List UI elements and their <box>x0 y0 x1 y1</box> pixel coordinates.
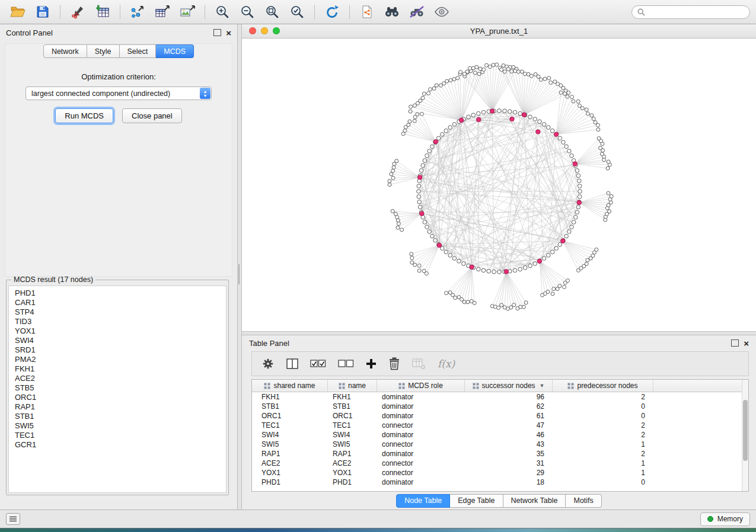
column-header-predecessor-nodes[interactable]: predecessor nodes <box>553 380 653 392</box>
table-settings-button[interactable] <box>261 357 275 370</box>
export-image-button[interactable] <box>176 2 199 21</box>
tab-style[interactable]: Style <box>87 44 120 58</box>
search-network-button[interactable] <box>380 2 404 21</box>
mcds-result-item[interactable]: STB5 <box>15 383 220 393</box>
apply-layout-button[interactable] <box>320 2 344 21</box>
deselect-all-button[interactable] <box>338 360 354 368</box>
close-panel-button[interactable]: Close panel <box>122 108 182 123</box>
table-panel-header: Table Panel × <box>242 335 756 351</box>
mcds-result-item[interactable]: CAR1 <box>15 298 220 307</box>
tab-node-table[interactable]: Node Table <box>396 494 450 508</box>
float-window-icon[interactable] <box>213 29 221 36</box>
table-row[interactable]: RAP1RAP1dominator352 <box>252 449 748 459</box>
control-panel-tabs: NetworkStyleSelectMCDS <box>0 44 237 58</box>
mcds-result-item[interactable]: SRD1 <box>15 345 220 355</box>
column-label: MCDS role <box>408 382 443 390</box>
mcds-result-item[interactable]: PHD1 <box>15 289 220 298</box>
tab-select[interactable]: Select <box>120 44 157 58</box>
close-window-icon[interactable] <box>249 27 256 34</box>
criterion-select[interactable]: largest connected component (undirected)… <box>25 86 212 100</box>
table-cell: 2 <box>553 450 653 458</box>
mcds-result-item[interactable]: YOX1 <box>15 326 220 336</box>
select-stepper-icon[interactable]: ▲▼ <box>200 88 210 99</box>
zoom-in-button[interactable] <box>210 2 234 21</box>
table-row[interactable]: SWI4SWI4dominator462 <box>252 430 748 440</box>
table-cell: dominator <box>377 450 465 458</box>
table-row[interactable]: ORC1ORC1dominator610 <box>252 411 748 421</box>
export-table-button[interactable] <box>151 2 174 21</box>
chevron-down-icon[interactable]: ▼ <box>540 383 545 389</box>
table-row[interactable]: YOX1YOX1connector291 <box>252 468 748 477</box>
table-scrollbar[interactable] <box>742 380 748 491</box>
mcds-result-item[interactable]: FKH1 <box>15 364 220 374</box>
mcds-result-item[interactable]: STP4 <box>15 307 220 317</box>
clear-highlight-button[interactable] <box>405 2 429 21</box>
plus-icon <box>366 358 377 369</box>
table-cell: 2 <box>553 393 653 401</box>
status-menu-button[interactable] <box>6 513 20 525</box>
mcds-result-item[interactable]: TID3 <box>15 317 220 326</box>
delete-column-button[interactable] <box>388 357 400 370</box>
column-header-successor-nodes[interactable]: successor nodes ▼ <box>465 380 553 392</box>
share-document-button[interactable] <box>355 2 379 21</box>
mcds-result-item[interactable]: RAP1 <box>15 402 220 412</box>
search-input[interactable] <box>648 7 744 17</box>
traffic-lights <box>249 27 280 34</box>
function-builder-button[interactable]: f(x) <box>438 358 455 370</box>
mcds-result-list[interactable]: PHD1CAR1STP4TID3YOX1SWI4SRD1PMA2FKH1ACE2… <box>8 286 227 493</box>
export-network-button[interactable] <box>126 2 149 21</box>
zoom-selected-button[interactable] <box>285 2 309 21</box>
mcds-result-item[interactable]: STB1 <box>15 412 220 421</box>
mcds-result-item[interactable]: ORC1 <box>15 393 220 402</box>
mcds-result-item[interactable]: TEC1 <box>15 431 220 440</box>
close-panel-icon[interactable]: × <box>744 339 749 348</box>
tab-mcds[interactable]: MCDS <box>156 44 194 58</box>
mcds-result-item[interactable]: PMA2 <box>15 355 220 364</box>
scrollbar-thumb[interactable] <box>743 400 748 461</box>
vertical-splitter[interactable] <box>237 24 242 509</box>
import-network-button[interactable] <box>66 2 90 21</box>
tab-network-table[interactable]: Network Table <box>503 494 566 508</box>
close-panel-icon[interactable]: × <box>226 28 231 37</box>
splitter-grip[interactable] <box>238 264 240 284</box>
select-all-button[interactable] <box>310 360 326 368</box>
column-header-shared-name[interactable]: shared name <box>252 380 328 392</box>
float-window-icon[interactable] <box>731 339 739 347</box>
table-row[interactable]: TEC1TEC1connector472 <box>252 421 748 430</box>
show-columns-button[interactable] <box>286 358 298 369</box>
import-network-icon <box>71 5 85 19</box>
horizontal-splitter[interactable] <box>242 331 756 335</box>
network-graph[interactable] <box>242 39 756 331</box>
zoom-out-button[interactable] <box>235 2 259 21</box>
mcds-result-item[interactable]: SWI4 <box>15 336 220 345</box>
minimize-window-icon[interactable] <box>261 27 268 34</box>
network-canvas[interactable] <box>242 39 756 331</box>
add-column-button[interactable] <box>366 358 377 369</box>
run-mcds-button[interactable]: Run MCDS <box>55 108 113 123</box>
save-session-button[interactable] <box>31 2 55 21</box>
tab-motifs[interactable]: Motifs <box>566 494 601 508</box>
table-row[interactable]: FKH1FKH1dominator962 <box>252 392 748 402</box>
mcds-result-item[interactable]: GCR1 <box>15 440 220 450</box>
column-header-mcds-role[interactable]: MCDS role <box>377 380 465 392</box>
table-cell: 2 <box>553 431 653 439</box>
network-window-titlebar[interactable]: YPA_prune.txt_1 <box>242 24 756 39</box>
show-graphics-details-button[interactable] <box>430 2 454 21</box>
tab-edge-table[interactable]: Edge Table <box>450 494 503 508</box>
table-row[interactable]: SWI5SWI5connector431 <box>252 440 748 449</box>
maximize-window-icon[interactable] <box>273 27 280 34</box>
zoom-fit-button[interactable] <box>260 2 284 21</box>
zoom-in-icon <box>215 5 229 19</box>
import-table-button[interactable] <box>91 2 114 21</box>
open-file-button[interactable] <box>6 2 30 21</box>
table-row[interactable]: PHD1PHD1dominator180 <box>252 477 748 487</box>
memory-button[interactable]: Memory <box>700 512 750 526</box>
table-row[interactable]: STB1STB1dominator620 <box>252 402 748 411</box>
table-row[interactable]: ACE2ACE2connector311 <box>252 459 748 468</box>
tab-network[interactable]: Network <box>43 44 87 58</box>
search-field[interactable] <box>631 5 750 19</box>
mcds-result-item[interactable]: SWI5 <box>15 421 220 431</box>
mcds-buttons-row: Run MCDS Close panel <box>0 108 237 123</box>
column-header-name[interactable]: name <box>328 380 377 392</box>
mcds-result-item[interactable]: ACE2 <box>15 374 220 383</box>
